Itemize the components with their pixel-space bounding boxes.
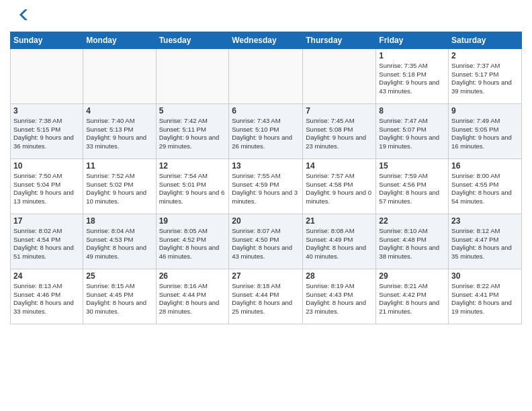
calendar-cell: 16Sunrise: 8:00 AM Sunset: 4:55 PM Dayli… (449, 158, 522, 214)
calendar-week-row: 17Sunrise: 8:02 AM Sunset: 4:54 PM Dayli… (11, 214, 522, 269)
day-info: Sunrise: 7:52 AM Sunset: 5:02 PM Dayligh… (86, 172, 152, 206)
day-info: Sunrise: 7:43 AM Sunset: 5:10 PM Dayligh… (232, 117, 300, 151)
calendar-cell: 28Sunrise: 8:19 AM Sunset: 4:43 PM Dayli… (303, 269, 376, 324)
calendar-week-row: 1Sunrise: 7:35 AM Sunset: 5:18 PM Daylig… (11, 48, 522, 103)
day-info: Sunrise: 8:15 AM Sunset: 4:45 PM Dayligh… (86, 282, 152, 316)
calendar-cell: 23Sunrise: 8:12 AM Sunset: 4:47 PM Dayli… (449, 214, 522, 269)
day-number: 20 (232, 216, 300, 226)
day-info: Sunrise: 7:42 AM Sunset: 5:11 PM Dayligh… (159, 117, 226, 151)
day-number: 18 (86, 216, 152, 226)
calendar-cell: 13Sunrise: 7:55 AM Sunset: 4:59 PM Dayli… (229, 158, 303, 214)
day-info: Sunrise: 7:40 AM Sunset: 5:13 PM Dayligh… (86, 117, 152, 151)
day-number: 16 (451, 161, 519, 171)
day-number: 17 (13, 216, 80, 226)
calendar-cell: 25Sunrise: 8:15 AM Sunset: 4:45 PM Dayli… (83, 269, 156, 324)
calendar-cell: 22Sunrise: 8:10 AM Sunset: 4:48 PM Dayli… (376, 214, 449, 269)
day-number: 21 (306, 216, 373, 226)
calendar-cell: 10Sunrise: 7:50 AM Sunset: 5:04 PM Dayli… (11, 158, 83, 214)
calendar-cell: 21Sunrise: 8:08 AM Sunset: 4:49 PM Dayli… (303, 214, 376, 269)
page-header (10, 7, 522, 26)
day-number: 13 (232, 161, 300, 171)
calendar-header-row: SundayMondayTuesdayWednesdayThursdayFrid… (11, 32, 522, 48)
calendar-cell: 6Sunrise: 7:43 AM Sunset: 5:10 PM Daylig… (229, 103, 303, 158)
calendar-table: SundayMondayTuesdayWednesdayThursdayFrid… (10, 32, 522, 324)
weekday-header: Thursday (303, 32, 376, 48)
calendar-week-row: 24Sunrise: 8:13 AM Sunset: 4:46 PM Dayli… (11, 269, 522, 324)
day-number: 7 (306, 106, 373, 116)
day-number: 28 (306, 271, 373, 281)
day-info: Sunrise: 8:13 AM Sunset: 4:46 PM Dayligh… (13, 282, 80, 316)
calendar-cell (83, 48, 156, 103)
calendar-cell (229, 48, 303, 103)
calendar-cell: 5Sunrise: 7:42 AM Sunset: 5:11 PM Daylig… (156, 103, 229, 158)
day-info: Sunrise: 7:45 AM Sunset: 5:08 PM Dayligh… (306, 117, 373, 151)
day-info: Sunrise: 8:00 AM Sunset: 4:55 PM Dayligh… (451, 172, 519, 206)
calendar-cell: 3Sunrise: 7:38 AM Sunset: 5:15 PM Daylig… (11, 103, 83, 158)
weekday-header: Sunday (11, 32, 83, 48)
weekday-header: Wednesday (229, 32, 303, 48)
day-number: 24 (13, 271, 80, 281)
calendar-cell: 2Sunrise: 7:37 AM Sunset: 5:17 PM Daylig… (449, 48, 522, 103)
calendar-cell: 18Sunrise: 8:04 AM Sunset: 4:53 PM Dayli… (83, 214, 156, 269)
day-number: 14 (306, 161, 373, 171)
day-info: Sunrise: 7:35 AM Sunset: 5:18 PM Dayligh… (379, 62, 445, 96)
calendar-cell: 19Sunrise: 8:05 AM Sunset: 4:52 PM Dayli… (156, 214, 229, 269)
calendar-cell: 1Sunrise: 7:35 AM Sunset: 5:18 PM Daylig… (376, 48, 449, 103)
day-number: 8 (379, 106, 445, 116)
day-number: 27 (232, 271, 300, 281)
day-number: 10 (13, 161, 80, 171)
calendar-week-row: 10Sunrise: 7:50 AM Sunset: 5:04 PM Dayli… (11, 158, 522, 214)
day-number: 4 (86, 106, 152, 116)
calendar-cell: 17Sunrise: 8:02 AM Sunset: 4:54 PM Dayli… (11, 214, 83, 269)
day-number: 23 (451, 216, 519, 226)
day-number: 9 (451, 106, 519, 116)
day-info: Sunrise: 8:12 AM Sunset: 4:47 PM Dayligh… (451, 227, 519, 261)
logo (10, 7, 28, 26)
weekday-header: Friday (376, 32, 449, 48)
calendar-cell: 4Sunrise: 7:40 AM Sunset: 5:13 PM Daylig… (83, 103, 156, 158)
day-number: 19 (159, 216, 226, 226)
calendar-cell: 27Sunrise: 8:18 AM Sunset: 4:44 PM Dayli… (229, 269, 303, 324)
day-info: Sunrise: 7:54 AM Sunset: 5:01 PM Dayligh… (159, 172, 226, 206)
calendar-cell: 29Sunrise: 8:21 AM Sunset: 4:42 PM Dayli… (376, 269, 449, 324)
day-info: Sunrise: 8:21 AM Sunset: 4:42 PM Dayligh… (379, 282, 445, 316)
day-number: 15 (379, 161, 445, 171)
day-number: 6 (232, 106, 300, 116)
day-info: Sunrise: 8:22 AM Sunset: 4:41 PM Dayligh… (451, 282, 519, 316)
day-number: 11 (86, 161, 152, 171)
calendar-cell: 30Sunrise: 8:22 AM Sunset: 4:41 PM Dayli… (449, 269, 522, 324)
calendar-cell: 24Sunrise: 8:13 AM Sunset: 4:46 PM Dayli… (11, 269, 83, 324)
calendar-week-row: 3Sunrise: 7:38 AM Sunset: 5:15 PM Daylig… (11, 103, 522, 158)
day-info: Sunrise: 8:07 AM Sunset: 4:50 PM Dayligh… (232, 227, 300, 261)
day-number: 30 (451, 271, 519, 281)
day-info: Sunrise: 8:05 AM Sunset: 4:52 PM Dayligh… (159, 227, 226, 261)
calendar-cell (11, 48, 83, 103)
calendar-cell: 11Sunrise: 7:52 AM Sunset: 5:02 PM Dayli… (83, 158, 156, 214)
calendar-cell: 9Sunrise: 7:49 AM Sunset: 5:05 PM Daylig… (449, 103, 522, 158)
day-number: 1 (379, 51, 445, 60)
day-number: 5 (159, 106, 226, 116)
day-info: Sunrise: 7:38 AM Sunset: 5:15 PM Dayligh… (13, 117, 80, 151)
calendar-cell: 8Sunrise: 7:47 AM Sunset: 5:07 PM Daylig… (376, 103, 449, 158)
day-info: Sunrise: 7:47 AM Sunset: 5:07 PM Dayligh… (379, 117, 445, 151)
day-info: Sunrise: 7:50 AM Sunset: 5:04 PM Dayligh… (13, 172, 80, 206)
day-number: 26 (159, 271, 226, 281)
calendar-cell: 12Sunrise: 7:54 AM Sunset: 5:01 PM Dayli… (156, 158, 229, 214)
calendar-cell: 26Sunrise: 8:16 AM Sunset: 4:44 PM Dayli… (156, 269, 229, 324)
day-number: 3 (13, 106, 80, 116)
calendar-cell: 20Sunrise: 8:07 AM Sunset: 4:50 PM Dayli… (229, 214, 303, 269)
day-info: Sunrise: 7:59 AM Sunset: 4:56 PM Dayligh… (379, 172, 445, 206)
day-number: 22 (379, 216, 445, 226)
weekday-header: Monday (83, 32, 156, 48)
calendar-cell: 7Sunrise: 7:45 AM Sunset: 5:08 PM Daylig… (303, 103, 376, 158)
day-info: Sunrise: 8:16 AM Sunset: 4:44 PM Dayligh… (159, 282, 226, 316)
calendar-cell (156, 48, 229, 103)
day-info: Sunrise: 8:19 AM Sunset: 4:43 PM Dayligh… (306, 282, 373, 316)
day-info: Sunrise: 7:37 AM Sunset: 5:17 PM Dayligh… (451, 62, 519, 96)
day-number: 25 (86, 271, 152, 281)
day-number: 2 (451, 51, 519, 60)
day-number: 29 (379, 271, 445, 281)
calendar-cell (303, 48, 376, 103)
day-info: Sunrise: 8:18 AM Sunset: 4:44 PM Dayligh… (232, 282, 300, 316)
calendar-cell: 14Sunrise: 7:57 AM Sunset: 4:58 PM Dayli… (303, 158, 376, 214)
